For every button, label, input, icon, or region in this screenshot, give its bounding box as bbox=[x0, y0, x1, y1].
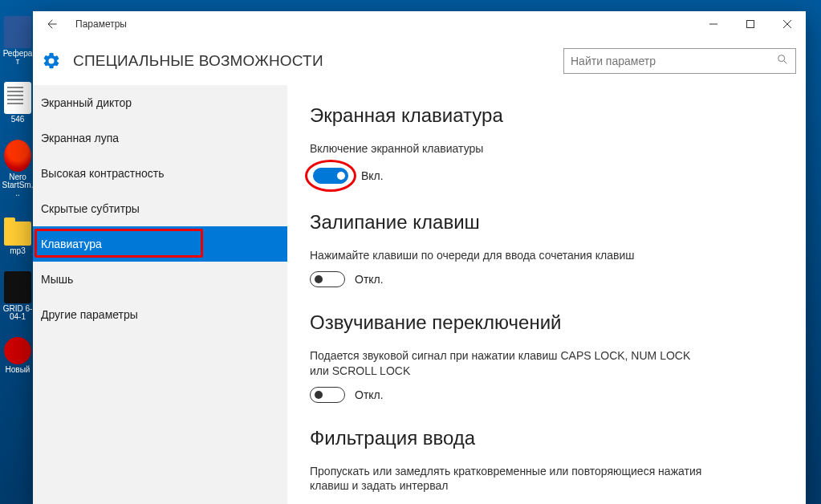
section-title: Озвучивание переключений bbox=[310, 311, 775, 334]
body-row: Экранный дикторЭкранная лупаВысокая конт… bbox=[33, 85, 806, 504]
desktop-icon-image bbox=[4, 271, 31, 303]
close-button[interactable] bbox=[769, 11, 806, 37]
settings-window: Параметры СПЕЦИАЛЬНЫЕ ВОЗМОЖНОСТИ Экранн… bbox=[33, 11, 806, 504]
sidebar-item-label: Другие параметры bbox=[41, 308, 138, 321]
desktop-icon[interactable]: Новый bbox=[2, 337, 34, 374]
search-box[interactable] bbox=[563, 48, 796, 74]
toggle-state-label: Откл. bbox=[355, 273, 384, 286]
sidebar-item-label: Мышь bbox=[41, 273, 73, 286]
desktop-icon-label: GRID 6-04-1 bbox=[2, 305, 34, 321]
sidebar-item[interactable]: Высокая контрастность bbox=[33, 156, 287, 191]
section-title: Фильтрация ввода bbox=[310, 427, 775, 449]
close-icon bbox=[783, 20, 791, 28]
setting-label: Включение экранной клавиатуры bbox=[310, 141, 711, 156]
toggle-row: Откл. bbox=[310, 271, 775, 287]
sidebar: Экранный дикторЭкранная лупаВысокая конт… bbox=[33, 85, 287, 504]
sidebar-item[interactable]: Мышь bbox=[33, 262, 287, 297]
toggle-row: Откл. bbox=[310, 387, 775, 403]
svg-rect-0 bbox=[747, 21, 754, 28]
toggle-row: Вкл. bbox=[310, 165, 775, 187]
gear-icon bbox=[41, 51, 62, 71]
window-title: Параметры bbox=[75, 18, 127, 30]
search-input[interactable] bbox=[571, 55, 776, 67]
toggle-switch[interactable] bbox=[310, 387, 345, 403]
section-title: Экранная клавиатура bbox=[310, 104, 775, 127]
desktop-icon[interactable]: 546 bbox=[2, 82, 34, 124]
desktop-icon-label: 546 bbox=[11, 116, 25, 124]
desktop-icons-column: Реферат546Nero StartSm...mp3GRID 6-04-1Н… bbox=[0, 0, 34, 374]
header-row: СПЕЦИАЛЬНЫЕ ВОЗМОЖНОСТИ bbox=[33, 37, 806, 85]
toggle-switch[interactable] bbox=[313, 168, 348, 184]
desktop-icon[interactable]: GRID 6-04-1 bbox=[2, 271, 34, 321]
content-pane: Экранная клавиатураВключение экранной кл… bbox=[287, 85, 806, 504]
desktop-icon-label: Новый bbox=[6, 366, 30, 374]
minimize-icon bbox=[709, 20, 717, 28]
desktop-icon[interactable]: mp3 bbox=[2, 213, 34, 255]
toggle-state-label: Вкл. bbox=[361, 169, 384, 182]
sidebar-item[interactable]: Другие параметры bbox=[33, 297, 287, 332]
svg-point-1 bbox=[778, 55, 785, 62]
toggle-knob bbox=[337, 172, 345, 180]
setting-label: Подается звуковой сигнал при нажатии кла… bbox=[310, 348, 711, 379]
sidebar-item[interactable]: Клавиатура bbox=[33, 226, 287, 262]
sidebar-item-label: Скрытые субтитры bbox=[41, 202, 140, 215]
titlebar: Параметры bbox=[33, 11, 806, 37]
setting-label: Пропускать или замедлять кратковременные… bbox=[310, 464, 711, 494]
annotation-highlight-circle bbox=[310, 165, 352, 187]
sidebar-item-label: Экранный диктор bbox=[41, 96, 132, 109]
toggle-knob bbox=[315, 391, 323, 399]
back-button[interactable] bbox=[39, 12, 63, 36]
desktop-icon-image bbox=[4, 222, 31, 246]
sidebar-item-label: Клавиатура bbox=[41, 238, 102, 250]
desktop-icon-label: mp3 bbox=[10, 247, 25, 255]
minimize-button[interactable] bbox=[695, 11, 732, 37]
page-heading: СПЕЦИАЛЬНЫЕ ВОЗМОЖНОСТИ bbox=[73, 52, 323, 70]
setting-label: Нажимайте клавиши по очереди для ввода с… bbox=[310, 248, 711, 263]
window-controls bbox=[695, 11, 806, 37]
sidebar-item[interactable]: Экранная лупа bbox=[33, 120, 287, 156]
desktop-icon-label: Nero StartSm... bbox=[2, 173, 34, 197]
maximize-icon bbox=[746, 20, 754, 28]
sidebar-item-label: Высокая контрастность bbox=[41, 167, 164, 180]
desktop-icon-image bbox=[4, 337, 31, 364]
maximize-button[interactable] bbox=[732, 11, 769, 37]
sidebar-item[interactable]: Экранный диктор bbox=[33, 85, 287, 120]
desktop-icon[interactable]: Nero StartSm... bbox=[2, 140, 34, 197]
desktop-icon-image bbox=[4, 82, 31, 114]
toggle-switch[interactable] bbox=[310, 271, 345, 287]
sidebar-item[interactable]: Скрытые субтитры bbox=[33, 191, 287, 226]
desktop-icon-label: Реферат bbox=[2, 50, 34, 66]
section-title: Залипание клавиш bbox=[310, 211, 775, 234]
desktop-icon-image bbox=[4, 16, 31, 48]
desktop-icon[interactable]: Реферат bbox=[2, 16, 34, 66]
toggle-state-label: Откл. bbox=[355, 388, 384, 401]
toggle-knob bbox=[315, 275, 323, 283]
desktop-icon-image bbox=[4, 140, 31, 172]
search-icon bbox=[776, 53, 789, 69]
sidebar-item-label: Экранная лупа bbox=[41, 132, 119, 144]
arrow-left-icon bbox=[45, 18, 58, 30]
